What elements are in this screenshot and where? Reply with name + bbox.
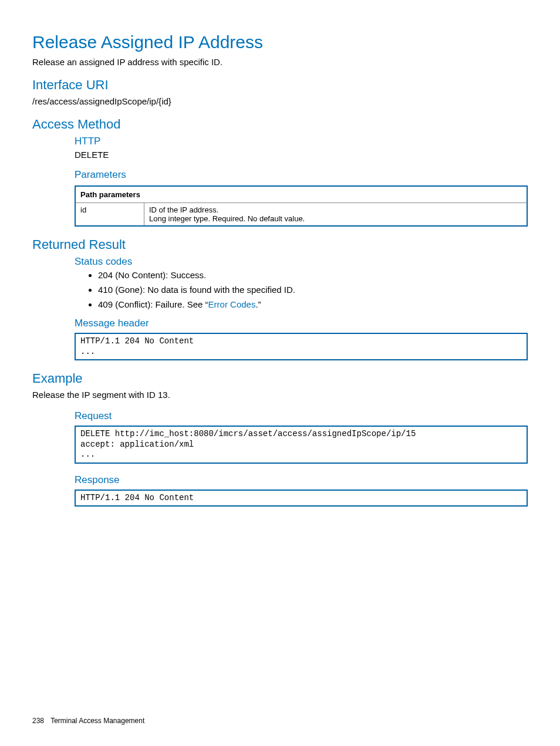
example-intro: Release the IP segment with ID 13.: [32, 390, 528, 400]
param-desc: ID of the IP address. Long integer type.…: [144, 203, 528, 227]
table-header: Path parameters: [75, 186, 527, 203]
http-heading: HTTP: [75, 136, 528, 147]
section-example: Example: [32, 371, 528, 386]
param-name: id: [75, 203, 144, 227]
response-code: HTTP/1.1 204 No Content: [75, 490, 528, 507]
table-header-row: Path parameters: [75, 186, 527, 203]
status-codes-list: 204 (No Content): Success. 410 (Gone): N…: [75, 270, 528, 309]
description: Release an assigned IP address with spec…: [32, 57, 528, 67]
page-number: 238: [32, 717, 44, 725]
list-item: 410 (Gone): No data is found with the sp…: [98, 285, 528, 295]
list-item: 204 (No Content): Success.: [98, 270, 528, 280]
parameters-table: Path parameters id ID of the IP address.…: [75, 185, 528, 227]
page-footer: 238 Terminal Access Management: [32, 717, 144, 725]
message-header-heading: Message header: [75, 318, 528, 329]
request-heading: Request: [75, 410, 528, 422]
error-codes-link[interactable]: Error Codes: [208, 299, 256, 309]
interface-uri-value: /res/access/assignedIpScope/ip/{id}: [32, 96, 528, 106]
response-heading: Response: [75, 474, 528, 486]
section-access-method: Access Method: [32, 117, 528, 132]
section-returned-result: Returned Result: [32, 237, 528, 252]
message-header-code: HTTP/1.1 204 No Content ...: [75, 333, 528, 360]
section-interface-uri: Interface URI: [32, 77, 528, 93]
request-code: DELETE http://imc_host:8080/imcrs/asset/…: [75, 426, 528, 464]
page-content: Release Assigned IP Address Release an a…: [0, 0, 560, 746]
parameters-heading: Parameters: [75, 169, 528, 181]
table-row: id ID of the IP address. Long integer ty…: [75, 203, 527, 227]
http-method: DELETE: [75, 150, 528, 160]
list-item: 409 (Conflict): Failure. See “Error Code…: [98, 299, 528, 309]
footer-section: Terminal Access Management: [50, 717, 144, 725]
status-codes-heading: Status codes: [75, 256, 528, 268]
page-title: Release Assigned IP Address: [32, 32, 528, 52]
